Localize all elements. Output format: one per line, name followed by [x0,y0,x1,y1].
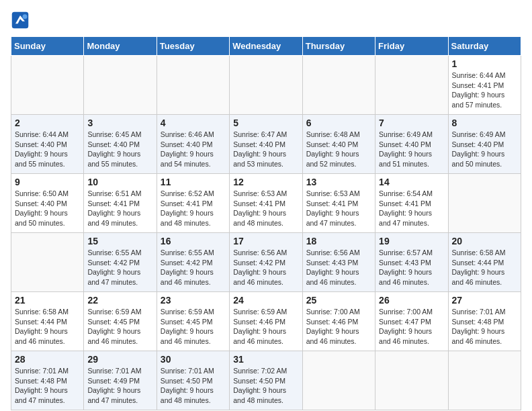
calendar-cell: 2 Sunrise: 6:44 AMSunset: 4:40 PMDayligh… [11,115,84,174]
day-number: 25 [306,295,371,306]
day-number: 4 [161,118,226,128]
calendar-cell: 8 Sunrise: 6:49 AMSunset: 4:40 PMDayligh… [448,115,521,174]
day-number: 7 [379,118,444,128]
cell-info: Sunrise: 6:59 AMSunset: 4:45 PMDaylight:… [87,308,141,345]
logo-icon [11,11,30,30]
calendar-cell: 4 Sunrise: 6:46 AMSunset: 4:40 PMDayligh… [157,115,229,174]
calendar-cell: 24 Sunrise: 6:59 AMSunset: 4:46 PMDaylig… [230,292,302,351]
cell-info: Sunrise: 6:58 AMSunset: 4:44 PMDaylight:… [15,308,69,345]
day-number: 14 [379,177,444,187]
calendar-cell: 25 Sunrise: 7:00 AMSunset: 4:46 PMDaylig… [302,292,375,351]
cell-info: Sunrise: 6:55 AMSunset: 4:42 PMDaylight:… [161,248,214,286]
day-number: 3 [87,118,152,128]
day-number: 15 [87,236,152,246]
day-number: 13 [306,177,371,187]
day-number: 22 [87,295,152,306]
cell-info: Sunrise: 6:58 AMSunset: 4:44 PMDaylight:… [452,248,506,286]
calendar-cell: 26 Sunrise: 7:00 AMSunset: 4:47 PMDaylig… [375,292,448,351]
calendar-cell: 6 Sunrise: 6:48 AMSunset: 4:40 PMDayligh… [302,115,375,174]
cell-info: Sunrise: 6:53 AMSunset: 4:41 PMDaylight:… [306,189,360,227]
calendar-cell [448,351,521,410]
calendar-cell: 15 Sunrise: 6:55 AMSunset: 4:42 PMDaylig… [84,233,157,292]
calendar-header-row: SundayMondayTuesdayWednesdayThursdayFrid… [11,37,521,56]
calendar-cell: 12 Sunrise: 6:53 AMSunset: 4:41 PMDaylig… [230,174,302,233]
calendar-cell [230,56,302,115]
day-number: 19 [379,236,444,246]
calendar-cell: 1 Sunrise: 6:44 AMSunset: 4:41 PMDayligh… [448,56,521,115]
calendar-header-friday: Friday [375,37,448,56]
cell-info: Sunrise: 6:49 AMSunset: 4:40 PMDaylight:… [452,130,506,168]
day-number: 9 [15,177,80,187]
calendar-cell [11,56,84,115]
cell-info: Sunrise: 7:01 AMSunset: 4:48 PMDaylight:… [15,367,69,404]
day-number: 24 [233,295,298,306]
calendar-week-row: 15 Sunrise: 6:55 AMSunset: 4:42 PMDaylig… [11,233,521,292]
calendar-cell [302,56,375,115]
calendar-header-tuesday: Tuesday [157,37,229,56]
calendar-cell [11,233,84,292]
page-header [11,11,521,30]
calendar-cell: 28 Sunrise: 7:01 AMSunset: 4:48 PMDaylig… [11,351,84,410]
calendar-cell [157,56,229,115]
day-number: 16 [161,236,226,246]
calendar-week-row: 2 Sunrise: 6:44 AMSunset: 4:40 PMDayligh… [11,115,521,174]
calendar-cell [448,174,521,233]
calendar-header-wednesday: Wednesday [230,37,302,56]
cell-info: Sunrise: 7:01 AMSunset: 4:48 PMDaylight:… [452,308,506,345]
calendar-cell: 20 Sunrise: 6:58 AMSunset: 4:44 PMDaylig… [448,233,521,292]
calendar-cell: 29 Sunrise: 7:01 AMSunset: 4:49 PMDaylig… [84,351,157,410]
calendar-week-row: 1 Sunrise: 6:44 AMSunset: 4:41 PMDayligh… [11,56,521,115]
calendar-header-thursday: Thursday [302,37,375,56]
calendar-cell: 14 Sunrise: 6:54 AMSunset: 4:41 PMDaylig… [375,174,448,233]
cell-info: Sunrise: 7:00 AMSunset: 4:46 PMDaylight:… [306,308,360,345]
cell-info: Sunrise: 7:01 AMSunset: 4:49 PMDaylight:… [87,367,141,404]
calendar-cell: 31 Sunrise: 7:02 AMSunset: 4:50 PMDaylig… [230,351,302,410]
cell-info: Sunrise: 6:46 AMSunset: 4:40 PMDaylight:… [161,130,214,168]
cell-info: Sunrise: 6:44 AMSunset: 4:40 PMDaylight:… [15,130,69,168]
day-number: 20 [452,236,517,246]
calendar-cell: 18 Sunrise: 6:56 AMSunset: 4:43 PMDaylig… [302,233,375,292]
calendar-cell [84,56,157,115]
day-number: 10 [87,177,152,187]
day-number: 21 [15,295,80,306]
day-number: 8 [452,118,517,128]
calendar-cell: 17 Sunrise: 6:56 AMSunset: 4:42 PMDaylig… [230,233,302,292]
cell-info: Sunrise: 6:51 AMSunset: 4:41 PMDaylight:… [87,189,141,227]
day-number: 31 [233,354,298,365]
day-number: 2 [15,118,80,128]
calendar-cell: 7 Sunrise: 6:49 AMSunset: 4:40 PMDayligh… [375,115,448,174]
calendar-header-monday: Monday [84,37,157,56]
cell-info: Sunrise: 6:48 AMSunset: 4:40 PMDaylight:… [306,130,360,168]
calendar-cell: 5 Sunrise: 6:47 AMSunset: 4:40 PMDayligh… [230,115,302,174]
day-number: 23 [161,295,226,306]
cell-info: Sunrise: 7:01 AMSunset: 4:50 PMDaylight:… [161,367,214,404]
calendar-cell: 10 Sunrise: 6:51 AMSunset: 4:41 PMDaylig… [84,174,157,233]
calendar-cell: 27 Sunrise: 7:01 AMSunset: 4:48 PMDaylig… [448,292,521,351]
cell-info: Sunrise: 6:57 AMSunset: 4:43 PMDaylight:… [379,248,433,286]
svg-rect-0 [12,12,29,29]
day-number: 26 [379,295,444,306]
day-number: 6 [306,118,371,128]
calendar-cell: 11 Sunrise: 6:52 AMSunset: 4:41 PMDaylig… [157,174,229,233]
cell-info: Sunrise: 6:50 AMSunset: 4:40 PMDaylight:… [15,189,69,227]
calendar-cell: 19 Sunrise: 6:57 AMSunset: 4:43 PMDaylig… [375,233,448,292]
day-number: 28 [15,354,80,365]
calendar-table: SundayMondayTuesdayWednesdayThursdayFrid… [11,36,521,410]
calendar-header-saturday: Saturday [448,37,521,56]
cell-info: Sunrise: 7:00 AMSunset: 4:47 PMDaylight:… [379,308,433,345]
calendar-cell: 9 Sunrise: 6:50 AMSunset: 4:40 PMDayligh… [11,174,84,233]
calendar-week-row: 21 Sunrise: 6:58 AMSunset: 4:44 PMDaylig… [11,292,521,351]
calendar-cell: 21 Sunrise: 6:58 AMSunset: 4:44 PMDaylig… [11,292,84,351]
day-number: 27 [452,295,517,306]
calendar-cell: 16 Sunrise: 6:55 AMSunset: 4:42 PMDaylig… [157,233,229,292]
cell-info: Sunrise: 6:55 AMSunset: 4:42 PMDaylight:… [87,248,141,286]
day-number: 12 [233,177,298,187]
day-number: 17 [233,236,298,246]
day-number: 11 [161,177,226,187]
cell-info: Sunrise: 6:59 AMSunset: 4:46 PMDaylight:… [233,308,287,345]
calendar-cell [375,351,448,410]
svg-point-2 [23,14,28,19]
day-number: 5 [233,118,298,128]
day-number: 1 [452,58,517,69]
day-number: 29 [87,354,152,365]
